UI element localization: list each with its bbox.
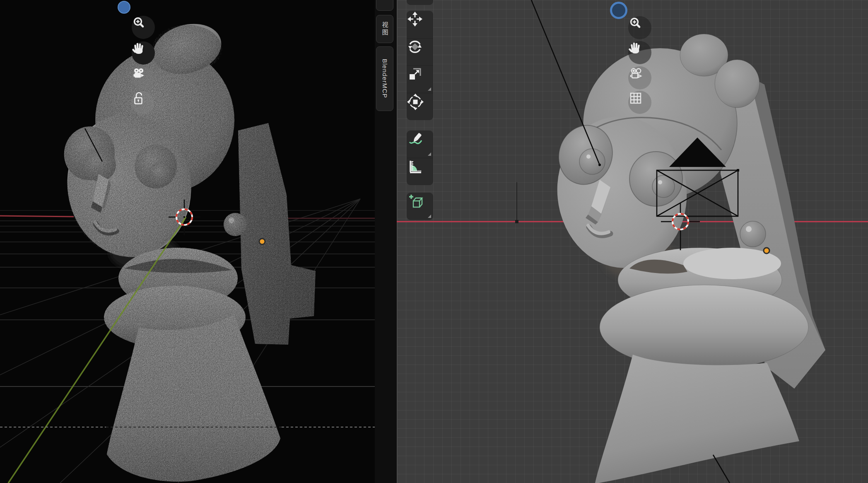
figure-right [550, 34, 825, 483]
sidebar-tab-view[interactable]: 视图 [376, 15, 393, 43]
add-cube-icon [407, 193, 425, 211]
eye-left-ball [579, 149, 605, 174]
tool-measure[interactable] [407, 158, 433, 185]
camera-view-gizmo[interactable] [628, 66, 651, 89]
tool-annotate[interactable] [407, 130, 433, 158]
viewport-solid[interactable] [397, 0, 868, 483]
flyout-indicator [428, 215, 431, 218]
axis-gizmo-blue-dot[interactable] [118, 1, 130, 14]
axis-gizmo-blue-dot[interactable] [610, 2, 627, 19]
camera-view-gizmo[interactable] [131, 66, 154, 89]
transform-icon [407, 93, 424, 111]
camera-lock-gizmo[interactable] [131, 91, 154, 114]
origin-dot [259, 239, 265, 244]
tab-label: BlenderMCP [381, 59, 388, 98]
flyout-indicator [428, 152, 431, 156]
viewport-rendered[interactable] [0, 0, 375, 483]
camera-vertex-dot [737, 169, 739, 171]
origin-dot [764, 248, 769, 254]
zoom-gizmo[interactable] [132, 16, 155, 39]
pan-gizmo[interactable] [132, 41, 155, 65]
ortho-grid-gizmo[interactable] [628, 91, 651, 114]
scale-icon [407, 66, 423, 82]
rendered-scene [0, 0, 375, 483]
tool-tweak-select[interactable] [407, 0, 433, 5]
x-axis-red [0, 216, 74, 217]
tool-scale[interactable] [407, 65, 433, 93]
eye-right-spec [658, 180, 662, 184]
magnifier-plus-icon [628, 16, 642, 30]
tab-label: 视图 [381, 22, 389, 36]
tool-rotate[interactable] [407, 38, 433, 65]
tool-transform[interactable] [407, 93, 433, 120]
flyout-indicator [428, 87, 431, 91]
camera-outline-icon [628, 66, 644, 82]
lamp-line-end [598, 164, 601, 166]
lamp-line-bottom [713, 455, 730, 483]
lamp-vertex-dot [515, 220, 518, 223]
camera-icon [131, 66, 146, 81]
zoom-gizmo[interactable] [628, 16, 651, 39]
rotate-icon [407, 39, 423, 55]
sidebar-tab-strip: 具 视图 BlenderMCP [375, 0, 397, 483]
body-cone [595, 355, 799, 483]
eye-left-spec [586, 155, 591, 159]
tool-move[interactable] [407, 11, 433, 38]
pan-gizmo[interactable] [628, 41, 651, 64]
hand-icon [132, 41, 146, 56]
earring [740, 221, 766, 247]
measure-icon [407, 158, 424, 176]
move-icon [407, 11, 423, 27]
earring-highlight [746, 226, 752, 232]
annotate-pencil-icon [407, 130, 424, 148]
hand-icon [628, 41, 642, 55]
hair-bun-side [715, 60, 760, 108]
sidebar-tab-blendermcp[interactable]: BlenderMCP [376, 46, 393, 111]
sidebar-tab-tool-partial[interactable]: 具 [376, 0, 393, 11]
tool-add-cube[interactable] [407, 193, 433, 220]
collar-lower [600, 285, 808, 369]
grid-icon [628, 91, 643, 106]
lock-open-icon [131, 91, 146, 106]
magnifier-plus-icon [132, 16, 146, 30]
